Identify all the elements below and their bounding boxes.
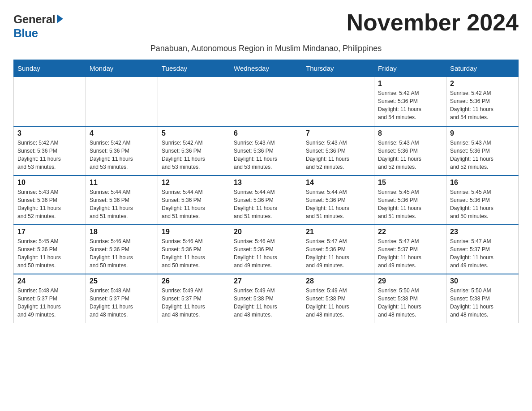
day-info: Sunrise: 5:42 AMSunset: 5:36 PMDaylight:… xyxy=(162,139,226,171)
calendar-cell: 2Sunrise: 5:42 AMSunset: 5:36 PMDaylight… xyxy=(446,77,519,126)
calendar-cell: 1Sunrise: 5:42 AMSunset: 5:36 PMDaylight… xyxy=(374,77,446,126)
calendar-cell: 26Sunrise: 5:49 AMSunset: 5:37 PMDayligh… xyxy=(158,274,230,323)
calendar-cell: 9Sunrise: 5:43 AMSunset: 5:36 PMDaylight… xyxy=(446,126,519,176)
day-number: 27 xyxy=(234,277,298,285)
calendar-cell xyxy=(230,77,302,126)
day-info: Sunrise: 5:43 AMSunset: 5:36 PMDaylight:… xyxy=(378,139,442,171)
day-number: 10 xyxy=(17,179,82,187)
day-number: 9 xyxy=(450,129,515,137)
day-info: Sunrise: 5:49 AMSunset: 5:38 PMDaylight:… xyxy=(306,287,370,319)
day-number: 29 xyxy=(378,277,442,285)
day-info: Sunrise: 5:49 AMSunset: 5:37 PMDaylight:… xyxy=(162,287,226,319)
day-info: Sunrise: 5:50 AMSunset: 5:38 PMDaylight:… xyxy=(450,287,515,319)
weekday-header-saturday: Saturday xyxy=(446,60,519,77)
day-info: Sunrise: 5:44 AMSunset: 5:36 PMDaylight:… xyxy=(234,188,298,220)
logo: General Blue xyxy=(13,13,63,40)
day-number: 13 xyxy=(234,179,298,187)
calendar-cell: 5Sunrise: 5:42 AMSunset: 5:36 PMDaylight… xyxy=(158,126,230,176)
day-info: Sunrise: 5:43 AMSunset: 5:36 PMDaylight:… xyxy=(450,139,515,171)
day-info: Sunrise: 5:42 AMSunset: 5:36 PMDaylight:… xyxy=(378,89,442,121)
day-number: 7 xyxy=(306,129,370,137)
calendar-cell: 11Sunrise: 5:44 AMSunset: 5:36 PMDayligh… xyxy=(86,176,158,225)
calendar-cell: 21Sunrise: 5:47 AMSunset: 5:36 PMDayligh… xyxy=(302,225,374,274)
day-number: 6 xyxy=(234,129,298,137)
calendar-cell: 24Sunrise: 5:48 AMSunset: 5:37 PMDayligh… xyxy=(14,274,86,323)
calendar-cell: 30Sunrise: 5:50 AMSunset: 5:38 PMDayligh… xyxy=(446,274,519,323)
calendar-cell xyxy=(302,77,374,126)
header: General Blue November 2024 xyxy=(13,9,519,40)
day-info: Sunrise: 5:47 AMSunset: 5:37 PMDaylight:… xyxy=(378,237,442,270)
calendar-cell xyxy=(86,77,158,126)
day-number: 30 xyxy=(450,277,515,285)
day-number: 5 xyxy=(162,129,226,137)
day-info: Sunrise: 5:42 AMSunset: 5:36 PMDaylight:… xyxy=(450,89,515,121)
calendar-cell: 25Sunrise: 5:48 AMSunset: 5:37 PMDayligh… xyxy=(86,274,158,323)
day-number: 1 xyxy=(378,80,442,88)
day-info: Sunrise: 5:45 AMSunset: 5:36 PMDaylight:… xyxy=(450,188,515,220)
day-number: 17 xyxy=(17,228,82,236)
calendar-cell: 8Sunrise: 5:43 AMSunset: 5:36 PMDaylight… xyxy=(374,126,446,176)
day-info: Sunrise: 5:43 AMSunset: 5:36 PMDaylight:… xyxy=(234,139,298,171)
day-info: Sunrise: 5:42 AMSunset: 5:36 PMDaylight:… xyxy=(90,139,154,171)
day-number: 26 xyxy=(162,277,226,285)
day-number: 3 xyxy=(17,129,82,137)
day-info: Sunrise: 5:46 AMSunset: 5:36 PMDaylight:… xyxy=(90,237,154,270)
calendar-cell: 23Sunrise: 5:47 AMSunset: 5:37 PMDayligh… xyxy=(446,225,519,274)
day-info: Sunrise: 5:42 AMSunset: 5:36 PMDaylight:… xyxy=(17,139,82,171)
calendar-week-row: 3Sunrise: 5:42 AMSunset: 5:36 PMDaylight… xyxy=(14,126,519,176)
calendar-cell: 20Sunrise: 5:46 AMSunset: 5:36 PMDayligh… xyxy=(230,225,302,274)
calendar-cell: 18Sunrise: 5:46 AMSunset: 5:36 PMDayligh… xyxy=(86,225,158,274)
calendar-cell: 13Sunrise: 5:44 AMSunset: 5:36 PMDayligh… xyxy=(230,176,302,225)
day-number: 24 xyxy=(17,277,82,285)
day-info: Sunrise: 5:49 AMSunset: 5:38 PMDaylight:… xyxy=(234,287,298,319)
logo-general-text: General xyxy=(13,13,55,26)
calendar-cell: 14Sunrise: 5:44 AMSunset: 5:36 PMDayligh… xyxy=(302,176,374,225)
calendar-cell xyxy=(14,77,86,126)
day-number: 12 xyxy=(162,179,226,187)
day-info: Sunrise: 5:46 AMSunset: 5:36 PMDaylight:… xyxy=(162,237,226,270)
weekday-header-row: SundayMondayTuesdayWednesdayThursdayFrid… xyxy=(14,60,519,77)
day-number: 25 xyxy=(90,277,154,285)
day-number: 15 xyxy=(378,179,442,187)
day-info: Sunrise: 5:44 AMSunset: 5:36 PMDaylight:… xyxy=(162,188,226,220)
day-number: 11 xyxy=(90,179,154,187)
calendar-cell: 17Sunrise: 5:45 AMSunset: 5:36 PMDayligh… xyxy=(14,225,86,274)
day-number: 22 xyxy=(378,228,442,236)
day-info: Sunrise: 5:45 AMSunset: 5:36 PMDaylight:… xyxy=(17,237,82,270)
day-info: Sunrise: 5:44 AMSunset: 5:36 PMDaylight:… xyxy=(306,188,370,220)
day-info: Sunrise: 5:43 AMSunset: 5:36 PMDaylight:… xyxy=(17,188,82,220)
day-number: 2 xyxy=(450,80,515,88)
day-info: Sunrise: 5:45 AMSunset: 5:36 PMDaylight:… xyxy=(378,188,442,220)
calendar-cell: 10Sunrise: 5:43 AMSunset: 5:36 PMDayligh… xyxy=(14,176,86,225)
calendar-week-row: 1Sunrise: 5:42 AMSunset: 5:36 PMDaylight… xyxy=(14,77,519,126)
calendar-cell: 16Sunrise: 5:45 AMSunset: 5:36 PMDayligh… xyxy=(446,176,519,225)
day-info: Sunrise: 5:47 AMSunset: 5:36 PMDaylight:… xyxy=(306,237,370,270)
calendar-cell: 4Sunrise: 5:42 AMSunset: 5:36 PMDaylight… xyxy=(86,126,158,176)
calendar-week-row: 17Sunrise: 5:45 AMSunset: 5:36 PMDayligh… xyxy=(14,225,519,274)
logo-arrow-icon xyxy=(57,14,63,23)
day-number: 23 xyxy=(450,228,515,236)
day-number: 21 xyxy=(306,228,370,236)
day-info: Sunrise: 5:48 AMSunset: 5:37 PMDaylight:… xyxy=(90,287,154,319)
calendar-cell: 3Sunrise: 5:42 AMSunset: 5:36 PMDaylight… xyxy=(14,126,86,176)
calendar-cell: 7Sunrise: 5:43 AMSunset: 5:36 PMDaylight… xyxy=(302,126,374,176)
day-info: Sunrise: 5:44 AMSunset: 5:36 PMDaylight:… xyxy=(90,188,154,220)
day-info: Sunrise: 5:46 AMSunset: 5:36 PMDaylight:… xyxy=(234,237,298,270)
calendar: SundayMondayTuesdayWednesdayThursdayFrid… xyxy=(13,60,519,323)
weekday-header-friday: Friday xyxy=(374,60,446,77)
day-number: 18 xyxy=(90,228,154,236)
month-title: November 2024 xyxy=(347,9,519,36)
weekday-header-thursday: Thursday xyxy=(302,60,374,77)
logo-blue-text: Blue xyxy=(13,26,38,40)
calendar-week-row: 10Sunrise: 5:43 AMSunset: 5:36 PMDayligh… xyxy=(14,176,519,225)
weekday-header-tuesday: Tuesday xyxy=(158,60,230,77)
weekday-header-wednesday: Wednesday xyxy=(230,60,302,77)
day-info: Sunrise: 5:48 AMSunset: 5:37 PMDaylight:… xyxy=(17,287,82,319)
calendar-cell: 22Sunrise: 5:47 AMSunset: 5:37 PMDayligh… xyxy=(374,225,446,274)
day-number: 19 xyxy=(162,228,226,236)
calendar-cell: 27Sunrise: 5:49 AMSunset: 5:38 PMDayligh… xyxy=(230,274,302,323)
calendar-cell: 28Sunrise: 5:49 AMSunset: 5:38 PMDayligh… xyxy=(302,274,374,323)
calendar-week-row: 24Sunrise: 5:48 AMSunset: 5:37 PMDayligh… xyxy=(14,274,519,323)
calendar-cell: 15Sunrise: 5:45 AMSunset: 5:36 PMDayligh… xyxy=(374,176,446,225)
day-number: 4 xyxy=(90,129,154,137)
